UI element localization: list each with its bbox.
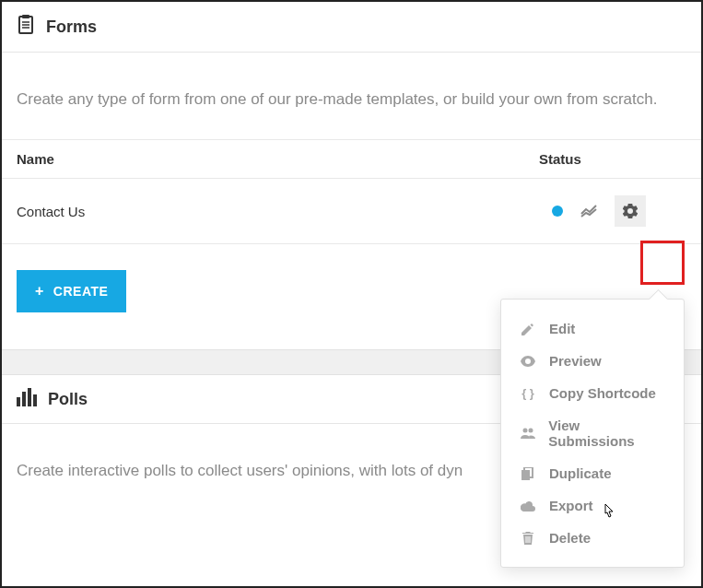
dropdown-label: Duplicate bbox=[549, 465, 612, 481]
eye-icon bbox=[520, 356, 536, 367]
svg-point-9 bbox=[522, 429, 527, 433]
dropdown-item-duplicate[interactable]: Duplicate bbox=[501, 457, 684, 489]
svg-rect-5 bbox=[17, 397, 20, 406]
dropdown-label: Delete bbox=[549, 530, 591, 546]
plus-icon: + bbox=[35, 283, 44, 300]
dropdown-item-preview[interactable]: Preview bbox=[501, 345, 684, 377]
column-status-header: Status bbox=[539, 151, 686, 167]
clipboard-icon bbox=[17, 15, 35, 39]
dropdown-item-edit[interactable]: Edit bbox=[501, 312, 684, 345]
copy-icon bbox=[520, 467, 536, 480]
pencil-icon bbox=[520, 323, 536, 335]
table-row: Contact Us bbox=[2, 179, 701, 244]
gear-button[interactable] bbox=[615, 195, 646, 227]
dropdown-label: Edit bbox=[549, 321, 575, 336]
forms-table-header: Name Status bbox=[2, 139, 701, 179]
dropdown-item-copy-shortcode[interactable]: { } Copy Shortcode bbox=[501, 377, 684, 409]
gear-icon bbox=[623, 204, 638, 218]
cloud-icon bbox=[520, 500, 536, 512]
svg-rect-1 bbox=[22, 15, 29, 18]
dropdown-label: Copy Shortcode bbox=[549, 385, 656, 401]
dropdown-label: Export bbox=[549, 498, 593, 513]
svg-rect-7 bbox=[28, 388, 31, 406]
dropdown-label: View Submissions bbox=[548, 417, 665, 449]
svg-rect-11 bbox=[521, 470, 530, 480]
create-button[interactable]: + CREATE bbox=[17, 270, 126, 312]
dropdown-item-export[interactable]: Export bbox=[501, 489, 684, 522]
form-name[interactable]: Contact Us bbox=[17, 204, 539, 219]
forms-description: Create any type of form from one of our … bbox=[2, 53, 701, 139]
create-button-label: CREATE bbox=[53, 284, 109, 299]
chart-icon[interactable] bbox=[580, 202, 598, 220]
braces-icon: { } bbox=[520, 386, 536, 400]
annotation-highlight-gear bbox=[640, 241, 685, 285]
form-actions bbox=[539, 195, 686, 227]
form-actions-dropdown: Edit Preview { } Copy Shortcode View Sub… bbox=[500, 299, 685, 568]
svg-rect-8 bbox=[33, 394, 37, 406]
dropdown-item-delete[interactable]: Delete bbox=[501, 522, 684, 554]
bar-chart-icon bbox=[17, 388, 37, 410]
polls-title: Polls bbox=[48, 390, 88, 409]
svg-point-10 bbox=[528, 429, 533, 433]
svg-rect-6 bbox=[22, 392, 26, 406]
dropdown-item-view-submissions[interactable]: View Submissions bbox=[501, 409, 684, 457]
dropdown-label: Preview bbox=[549, 353, 602, 369]
users-icon bbox=[520, 428, 535, 439]
forms-title: Forms bbox=[46, 18, 97, 37]
status-dot-icon bbox=[552, 206, 563, 217]
forms-section-header: Forms bbox=[2, 2, 701, 53]
column-name-header: Name bbox=[17, 151, 539, 167]
trash-icon bbox=[520, 532, 536, 545]
